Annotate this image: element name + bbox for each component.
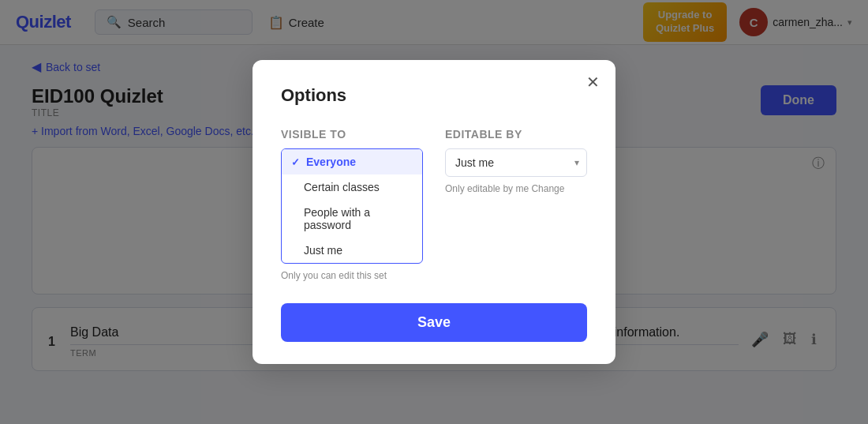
visible-dropdown: Everyone Certain classes People with a p… [281, 148, 423, 281]
dropdown-item-password[interactable]: People with a password [282, 200, 422, 238]
dropdown-item-everyone[interactable]: Everyone [282, 149, 422, 174]
editable-select-wrap: Just me Everyone ▾ [445, 148, 587, 177]
modal-close-button[interactable]: ✕ [586, 74, 600, 90]
modal-overlay[interactable]: Options ✕ Visible to Everyone Certain cl… [0, 0, 868, 424]
editable-by-column: Editable by Just me Everyone ▾ Only edit… [445, 128, 587, 281]
visible-to-column: Visible to Everyone Certain classes Peop… [281, 128, 423, 281]
modal-title: Options [281, 85, 587, 106]
visible-to-title: Visible to [281, 128, 423, 141]
save-button[interactable]: Save [281, 303, 587, 342]
editable-select[interactable]: Just me Everyone [445, 148, 587, 177]
options-modal: Options ✕ Visible to Everyone Certain cl… [253, 60, 615, 364]
visible-hint: Only you can edit this set [281, 270, 423, 281]
modal-columns: Visible to Everyone Certain classes Peop… [281, 128, 587, 281]
dropdown-item-just-me[interactable]: Just me [282, 238, 422, 263]
editable-hint: Only editable by me Change [445, 183, 587, 194]
editable-by-title: Editable by [445, 128, 587, 141]
visible-dropdown-list: Everyone Certain classes People with a p… [281, 148, 423, 264]
dropdown-item-certain-classes[interactable]: Certain classes [282, 174, 422, 200]
